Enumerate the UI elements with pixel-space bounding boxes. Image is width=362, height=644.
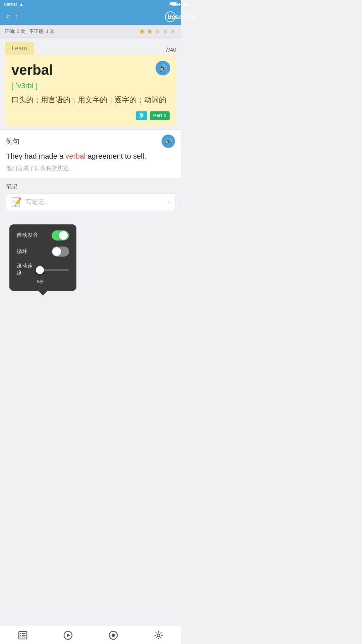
- example-audio-icon: 🔊: [165, 138, 172, 145]
- loop-row: 循环: [17, 247, 69, 257]
- correct-label: 正确:: [5, 29, 15, 34]
- speed-row: 滚动速度 5秒: [17, 263, 69, 285]
- battery-icon: [170, 2, 177, 6]
- loop-toggle[interactable]: [52, 247, 69, 257]
- learn-tab[interactable]: Learn: [5, 42, 34, 55]
- card-audio-button[interactable]: 🔊: [156, 61, 170, 75]
- tag-part: Part 1: [150, 111, 170, 120]
- speed-slider[interactable]: [36, 269, 69, 271]
- notes-placeholder: 写笔记..: [26, 198, 168, 206]
- notes-title: 笔记: [6, 183, 175, 191]
- sentence-highlight: verbal: [65, 152, 85, 160]
- correct-count: 2: [17, 29, 19, 34]
- speed-label: 滚动速度: [17, 263, 36, 277]
- status-left: Carrier ▲: [4, 2, 23, 7]
- speed-controls: 滚动速度: [17, 263, 69, 277]
- example-translation: 他们达成了口头售货协定。: [6, 164, 175, 172]
- stats-text: 正确: 2 次 不正确: 1 次: [5, 29, 55, 35]
- auto-play-row: 自动发音: [17, 230, 69, 240]
- auto-play-toggle[interactable]: [52, 230, 69, 240]
- sentence-before: They had made a: [6, 152, 65, 160]
- star-3[interactable]: ★: [154, 27, 161, 36]
- settings-area: 自动发音 循环 滚动速度 5秒: [0, 212, 181, 293]
- card-tags: 形 Part 1: [11, 111, 170, 120]
- wifi-icon: ▲: [19, 2, 23, 7]
- star-2[interactable]: ★: [146, 27, 153, 36]
- notes-section: 笔记 📝 写笔记.. ›: [0, 178, 181, 212]
- star-1[interactable]: ★: [139, 27, 145, 36]
- card-audio-icon: 🔊: [159, 64, 167, 72]
- stats-bar: 正确: 2 次 不正确: 1 次 ★ ★ ★ ★ ★: [0, 25, 181, 38]
- incorrect-label: 不正确:: [29, 29, 45, 34]
- card-meaning: 口头的；用言语的；用文字的；逐字的；动词的: [11, 94, 170, 105]
- back-button[interactable]: <: [5, 13, 10, 20]
- star-rating[interactable]: ★ ★ ★ ★ ★: [139, 27, 176, 36]
- incorrect-count: 1: [46, 29, 49, 34]
- nav-left: < ↑: [5, 12, 18, 21]
- tag-pos: 形: [136, 111, 147, 120]
- example-header: 例句 🔊: [6, 135, 175, 148]
- example-audio-button[interactable]: 🔊: [162, 135, 175, 148]
- nav-bar: < ↑ Lesson1 +: [0, 8, 181, 25]
- card-body: 🔊 verbal [ ˈv3rbl ] 口头的；用言语的；用文字的；逐字的；动词…: [5, 55, 176, 126]
- sentence-after: agreement to sell.: [85, 152, 146, 160]
- card-word: verbal: [11, 62, 170, 78]
- notes-input-row[interactable]: 📝 写笔记.. ›: [6, 193, 175, 211]
- status-bar: Carrier ▲ 10:44 AM: [0, 0, 181, 8]
- speed-value: 5秒: [17, 279, 44, 285]
- settings-popup: 自动发音 循环 滚动速度 5秒: [9, 224, 76, 291]
- auto-play-label: 自动发音: [17, 232, 38, 239]
- status-right: [170, 2, 177, 6]
- card-progress: 7/40: [165, 47, 176, 53]
- notes-arrow-icon: ›: [168, 199, 170, 206]
- card-section: Learn 7/40 🔊 verbal [ ˈv3rbl ] 口头的；用言语的；…: [0, 38, 181, 129]
- up-button[interactable]: ↑: [14, 12, 18, 21]
- notes-icon: 📝: [11, 197, 22, 207]
- card-phonetic: [ ˈv3rbl ]: [11, 82, 170, 90]
- nav-title: Lesson1: [167, 13, 181, 21]
- loop-label: 循环: [17, 248, 27, 255]
- star-4[interactable]: ★: [162, 27, 169, 36]
- learn-tab-label: Learn: [12, 45, 27, 52]
- star-5[interactable]: ★: [170, 27, 176, 36]
- example-section: 例句 🔊 They had made a verbal agreement to…: [0, 129, 181, 178]
- carrier-label: Carrier: [4, 2, 17, 7]
- example-sentence: They had made a verbal agreement to sell…: [6, 151, 175, 162]
- correct-unit: 次: [20, 29, 25, 34]
- incorrect-unit: 次: [50, 29, 55, 34]
- example-title: 例句: [6, 137, 19, 146]
